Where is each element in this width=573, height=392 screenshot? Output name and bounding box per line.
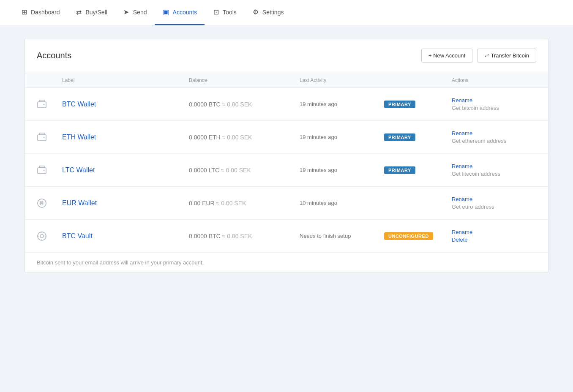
nav-label-send: Send (133, 9, 147, 16)
nav-item-tools[interactable]: ⊡ Tools (205, 0, 244, 25)
wallet-icon-btc-vault (37, 231, 62, 241)
nav-label-settings: Settings (262, 9, 284, 16)
send-icon: ➤ (123, 8, 130, 16)
nav-item-buysell[interactable]: ⇄ Buy/Sell (68, 0, 115, 25)
wallet-icon-ltc-wallet (37, 165, 62, 175)
balance-btc-vault: 0.0000 BTC ≈ 0.00 SEK (189, 233, 300, 240)
table-row: LTC Wallet 0.0000 LTC ≈ 0.00 SEK 19 minu… (25, 154, 548, 187)
status-badge: PRIMARY (384, 101, 415, 108)
wallet-name-ltc-wallet[interactable]: LTC Wallet (62, 166, 189, 174)
buysell-icon: ⇄ (75, 8, 83, 16)
wallet-icon-eur-wallet (37, 198, 62, 208)
last-activity-eth-wallet: 19 minutes ago (300, 134, 384, 140)
col-last-activity: Last Activity (300, 77, 384, 83)
last-activity-btc-wallet: 19 minutes ago (300, 101, 384, 107)
status-badge: UNCONFIGURED (384, 232, 433, 240)
page-title: Accounts (37, 51, 71, 60)
wallet-icon-btc-wallet (37, 99, 62, 109)
svg-rect-2 (38, 168, 46, 174)
nav-label-tools: Tools (223, 9, 237, 16)
transfer-bitcoin-button[interactable]: ⇌ Transfer Bitcoin (478, 49, 536, 63)
rename-link-ltc-wallet[interactable]: Rename (452, 163, 536, 169)
status-badge: PRIMARY (384, 166, 415, 174)
new-account-button[interactable]: + New Account (421, 49, 472, 63)
last-activity-ltc-wallet: 19 minutes ago (300, 167, 384, 173)
nav-item-dashboard[interactable]: ⊞ Dashboard (13, 0, 68, 25)
wallet-icon-eth-wallet (37, 132, 62, 142)
table-row: BTC Vault 0.0000 BTC ≈ 0.00 SEK Needs to… (25, 220, 548, 252)
tools-icon: ⊡ (212, 8, 220, 16)
table-row: EUR Wallet 0.00 EUR ≈ 0.00 SEK 10 minute… (25, 187, 548, 220)
status-badge: PRIMARY (384, 133, 415, 141)
col-status (384, 77, 452, 83)
last-activity-eur-wallet: 10 minutes ago (300, 200, 384, 206)
nav-label-buysell: Buy/Sell (86, 9, 107, 16)
wallet-name-btc-wallet[interactable]: BTC Wallet (62, 101, 189, 108)
last-activity-btc-vault: Needs to finish setup (300, 233, 384, 239)
rename-link-btc-vault[interactable]: Rename (452, 229, 536, 235)
nav-label-accounts: Accounts (173, 9, 197, 16)
wallet-name-eth-wallet[interactable]: ETH Wallet (62, 133, 189, 141)
secondary-action-link-btc-vault[interactable]: Delete (452, 237, 536, 243)
nav-item-accounts[interactable]: ▣ Accounts (155, 0, 205, 25)
footer-note: Bitcoin sent to your email address will … (37, 259, 204, 266)
accounts-icon: ▣ (162, 8, 170, 16)
balance-ltc-wallet: 0.0000 LTC ≈ 0.00 SEK (189, 167, 300, 174)
header-actions: + New Account ⇌ Transfer Bitcoin (421, 49, 536, 63)
dashboard-icon: ⊞ (20, 8, 28, 16)
main-content: Accounts + New Account ⇌ Transfer Bitcoi… (12, 25, 561, 286)
rename-link-btc-wallet[interactable]: Rename (452, 97, 536, 103)
svg-point-3 (38, 199, 46, 207)
wallet-name-btc-vault[interactable]: BTC Vault (62, 232, 189, 240)
badge-cell-btc-wallet: PRIMARY (384, 101, 452, 108)
table-row: ETH Wallet 0.0000 ETH ≈ 0.00 SEK 19 minu… (25, 121, 548, 154)
nav-label-dashboard: Dashboard (31, 9, 60, 16)
card-footer: Bitcoin sent to your email address will … (25, 252, 548, 272)
top-navigation: ⊞ Dashboard ⇄ Buy/Sell ➤ Send ▣ Accounts… (0, 0, 573, 25)
settings-icon: ⚙ (252, 8, 259, 16)
secondary-action-link-ltc-wallet[interactable]: Get litecoin address (452, 171, 536, 177)
actions-btc-vault: Rename Delete (452, 229, 536, 243)
actions-ltc-wallet: Rename Get litecoin address (452, 163, 536, 177)
balance-eth-wallet: 0.0000 ETH ≈ 0.00 SEK (189, 134, 300, 141)
rename-link-eth-wallet[interactable]: Rename (452, 130, 536, 136)
actions-eth-wallet: Rename Get ethereum address (452, 130, 536, 144)
svg-rect-0 (38, 102, 46, 108)
badge-cell-eth-wallet: PRIMARY (384, 133, 452, 141)
card-header: Accounts + New Account ⇌ Transfer Bitcoi… (25, 38, 548, 73)
badge-cell-ltc-wallet: PRIMARY (384, 166, 452, 174)
actions-btc-wallet: Rename Get bitcoin address (452, 97, 536, 111)
col-icon (37, 77, 62, 83)
actions-eur-wallet: Rename Get euro address (452, 196, 536, 210)
table-header: Label Balance Last Activity Actions (25, 73, 548, 88)
col-label: Label (62, 77, 189, 83)
table-row: BTC Wallet 0.0000 BTC ≈ 0.00 SEK 19 minu… (25, 88, 548, 121)
svg-point-7 (40, 234, 44, 238)
secondary-action-link-eur-wallet[interactable]: Get euro address (452, 204, 536, 210)
rename-link-eur-wallet[interactable]: Rename (452, 196, 536, 202)
svg-rect-1 (38, 135, 46, 141)
secondary-action-link-eth-wallet[interactable]: Get ethereum address (452, 138, 536, 144)
accounts-card: Accounts + New Account ⇌ Transfer Bitcoi… (25, 38, 548, 273)
svg-point-6 (38, 232, 46, 240)
col-balance: Balance (189, 77, 300, 83)
col-actions: Actions (452, 77, 536, 83)
nav-item-settings[interactable]: ⚙ Settings (244, 0, 292, 25)
balance-eur-wallet: 0.00 EUR ≈ 0.00 SEK (189, 200, 300, 207)
balance-btc-wallet: 0.0000 BTC ≈ 0.00 SEK (189, 101, 300, 108)
badge-cell-btc-vault: UNCONFIGURED (384, 232, 452, 240)
accounts-table: BTC Wallet 0.0000 BTC ≈ 0.00 SEK 19 minu… (25, 88, 548, 252)
nav-item-send[interactable]: ➤ Send (115, 0, 155, 25)
wallet-name-eur-wallet[interactable]: EUR Wallet (62, 199, 189, 207)
secondary-action-link-btc-wallet[interactable]: Get bitcoin address (452, 105, 536, 111)
